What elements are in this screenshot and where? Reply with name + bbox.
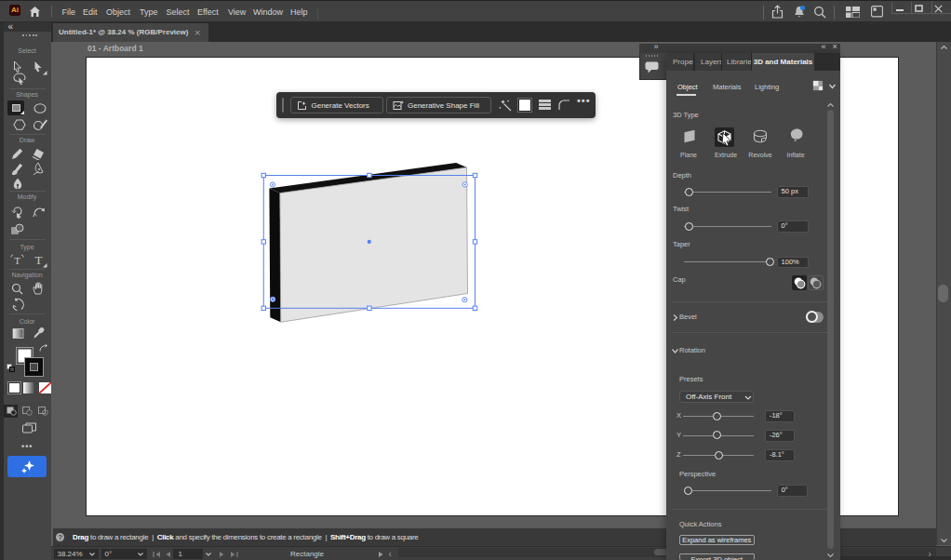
- svg-text:T: T: [34, 253, 42, 265]
- svg-text:T: T: [14, 255, 20, 266]
